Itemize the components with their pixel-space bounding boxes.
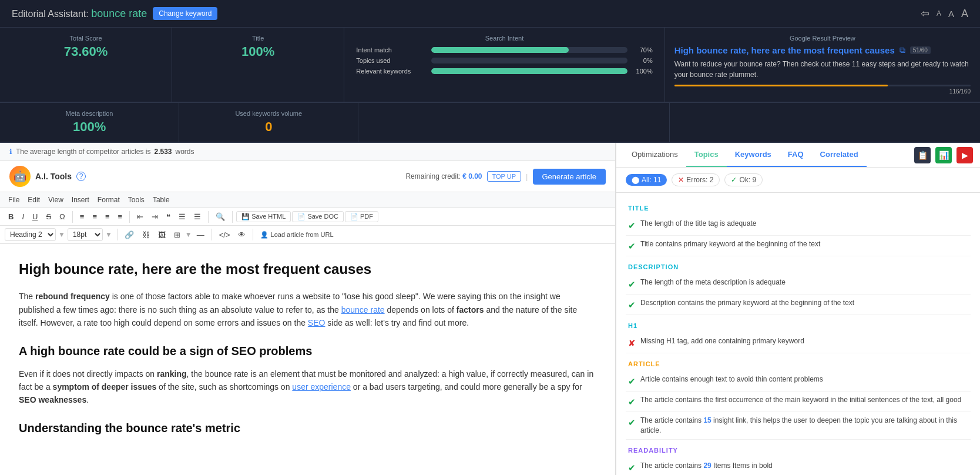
desc-char-bar-fill [674, 85, 888, 86]
tab-faq[interactable]: FAQ [780, 143, 812, 167]
top-header: Editorial Assistant: bounce rate Change … [0, 0, 980, 28]
ok-dot: ✓ [731, 176, 737, 184]
right-panel: Optimizations Topics Keywords FAQ Correl… [616, 143, 980, 475]
tab-optimizations[interactable]: Optimizations [623, 143, 686, 167]
align-right-button[interactable]: ≡ [102, 210, 113, 223]
desc-char-count: 116/160 [674, 88, 971, 95]
topics-used-label: Topics used [356, 57, 427, 64]
check-desc-length: ✔ The length of the meta description is … [626, 274, 971, 295]
align-left-button[interactable]: ≡ [76, 210, 88, 223]
user-experience-link[interactable]: user experience [292, 382, 351, 392]
code-button[interactable]: </> [216, 229, 234, 241]
table-button[interactable]: ⊞ [170, 229, 184, 241]
load-url-button[interactable]: 👤 Load article from URL [257, 229, 337, 240]
google-preview-description: Want to reduce your bounce rate? Then ch… [674, 59, 971, 80]
check-h1-missing-text: Missing H1 tag, add one containing prima… [640, 336, 968, 346]
view-menu[interactable]: View [45, 195, 67, 205]
edit-menu[interactable]: Edit [24, 195, 43, 205]
spacer-1 [358, 103, 669, 142]
topup-button[interactable]: TOP UP [487, 171, 522, 182]
relevant-keywords-bar-bg [431, 68, 627, 74]
save-doc-button[interactable]: 📄 Save DOC [292, 211, 344, 222]
check-h1-missing: ✘ Missing H1 tag, add one containing pri… [626, 333, 971, 353]
bounce-rate-link[interactable]: bounce rate [341, 305, 385, 315]
video-icon-button[interactable]: ▶ [956, 147, 973, 163]
check-ok-icon: ✔ [628, 299, 636, 311]
help-icon[interactable]: ? [76, 172, 86, 181]
check-article-keyword-text: The article contains the first occurrenc… [640, 395, 968, 405]
special-chars-button[interactable]: Ω [56, 210, 69, 223]
check-err-icon: ✘ [628, 337, 636, 349]
intent-match-bar-fill [431, 47, 568, 53]
insert-menu[interactable]: Insert [68, 195, 93, 205]
tools-menu[interactable]: Tools [125, 195, 148, 205]
unordered-list-button[interactable]: ☰ [175, 210, 189, 223]
tab-topics[interactable]: Topics [686, 143, 727, 167]
save-html-button[interactable]: 💾 Save HTML [236, 211, 291, 222]
format-bar-2: Heading 2 Heading 1 Paragraph ▼ 18pt 12p… [0, 226, 615, 244]
save-html-label: Save HTML [251, 213, 286, 220]
section-title-readability: READABILITY [626, 447, 971, 454]
relevant-keywords-bar-fill [431, 68, 627, 74]
image-button[interactable]: 🖼 [155, 229, 169, 241]
align-center-button[interactable]: ≡ [89, 210, 100, 223]
underline-button[interactable]: U [29, 210, 41, 223]
section-title-title: TITLE [626, 205, 971, 212]
change-keyword-button[interactable]: Change keyword [153, 7, 217, 20]
copy-icon: ⧉ [900, 45, 905, 55]
ordered-list-button[interactable]: ☰ [190, 210, 204, 223]
separator-3 [208, 211, 209, 223]
filter-errors[interactable]: ✕ Errors: 2 [672, 173, 720, 186]
check-ok-icon: ✔ [628, 278, 636, 290]
tab-keywords[interactable]: Keywords [727, 143, 780, 167]
preview-button[interactable]: 👁 [234, 229, 249, 241]
filter-all[interactable]: ⬤ All: 11 [626, 174, 667, 186]
check-title-length-text: The length of the title tag is adequate [640, 219, 968, 229]
format-menu[interactable]: Format [94, 195, 123, 205]
hr-button[interactable]: — [193, 229, 208, 241]
bold-button[interactable]: B [5, 210, 17, 223]
font-small-icon[interactable]: A [937, 9, 941, 18]
credit-label-text: Remaining credit: [405, 172, 460, 180]
editor-content[interactable]: High bounce rate, here are the most freq… [0, 244, 615, 475]
font-large-icon[interactable]: A [961, 8, 968, 20]
heading-select[interactable]: Heading 2 Heading 1 Paragraph [5, 228, 56, 241]
check-ok-icon: ✔ [628, 396, 636, 408]
search-button[interactable]: 🔍 [212, 210, 229, 223]
pdf-button[interactable]: 📄 PDF [345, 211, 378, 222]
chart-icon-button[interactable]: 📊 [935, 147, 952, 163]
filter-all-label: All: 11 [642, 176, 661, 184]
document-icon-button[interactable]: 📋 [914, 147, 931, 163]
indent-decrease-button[interactable]: ⇤ [133, 210, 147, 223]
google-preview-link[interactable]: High bounce rate, here are the most freq… [674, 45, 895, 55]
filter-bar: ⬤ All: 11 ✕ Errors: 2 ✓ Ok: 9 [616, 168, 980, 193]
strikethrough-button[interactable]: S [42, 210, 55, 223]
check-ok-icon: ✔ [628, 240, 636, 252]
main-area: ℹ The average length of competitor artic… [0, 143, 980, 475]
tab-correlated[interactable]: Correlated [812, 143, 867, 167]
seo-link[interactable]: SEO [308, 318, 325, 327]
indent-increase-button[interactable]: ⇥ [148, 210, 162, 223]
blockquote-button[interactable]: ❝ [163, 210, 174, 223]
total-score-card: Total Score 73.60% [0, 28, 172, 102]
spacer-2 [670, 103, 980, 142]
check-bold-items: ✔ The article contains 29 Items Items in… [626, 457, 971, 475]
align-justify-button[interactable]: ≡ [115, 210, 126, 223]
link-button[interactable]: 🔗 [121, 229, 137, 241]
check-article-thin-text: Article contains enough text to avoid th… [640, 374, 968, 384]
font-size-select[interactable]: 18pt 12pt 14pt [68, 228, 103, 241]
file-menu[interactable]: File [5, 195, 23, 205]
info-icon: ℹ [9, 148, 12, 156]
ai-tools-right: Remaining credit: € 0.00 TOP UP | Genera… [405, 169, 606, 185]
used-keywords-label: Used keywords volume [191, 110, 346, 117]
table-menu[interactable]: Table [149, 195, 173, 205]
italic-button[interactable]: I [18, 210, 28, 223]
filter-ok[interactable]: ✓ Ok: 9 [724, 173, 763, 186]
intent-match-row: Intent match 70% [356, 46, 652, 53]
unlink-button[interactable]: ⛓ [139, 229, 153, 241]
generate-article-button[interactable]: Generate article [533, 169, 606, 185]
credit-label: Remaining credit: € 0.00 [405, 172, 482, 180]
separator-5 [117, 229, 118, 240]
font-medium-icon[interactable]: A [948, 9, 954, 19]
meta-desc-value: 100% [12, 119, 167, 135]
